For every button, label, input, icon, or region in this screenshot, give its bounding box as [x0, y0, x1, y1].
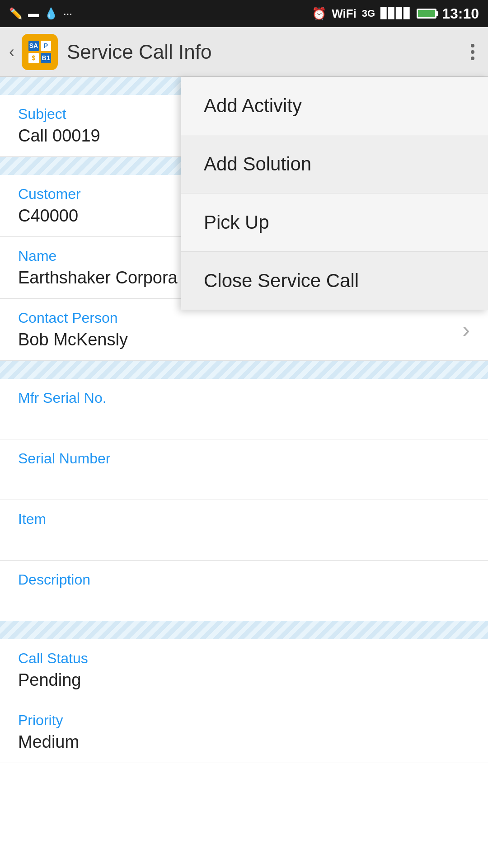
- call-status-field: Call Status Pending: [0, 639, 488, 701]
- edit-icon: ✏️: [9, 7, 23, 20]
- section-divider-2: [0, 361, 488, 379]
- dropdown-menu: Add Activity Add Solution Pick Up Close …: [181, 77, 488, 310]
- serial-number-value: [18, 471, 470, 489]
- mfr-serial-label: Mfr Serial No.: [18, 390, 470, 406]
- chevron-right-icon: ›: [462, 316, 470, 343]
- dropdown-item-pick-up[interactable]: Pick Up: [181, 193, 488, 252]
- contact-person-label: Contact Person: [18, 310, 462, 326]
- description-label: Description: [18, 571, 470, 588]
- call-status-label: Call Status: [18, 650, 470, 667]
- priority-value: Medium: [18, 732, 470, 752]
- item-value: [18, 531, 470, 549]
- status-bar: ✏️ ▬ 💧 ··· ⏰ WiFi 3G ▊▊▊▊ 13:10: [0, 0, 488, 27]
- contact-person-value: Bob McKensly: [18, 330, 462, 349]
- sim-icon: ▬: [28, 7, 39, 20]
- overflow-menu-button[interactable]: [466, 39, 479, 65]
- back-button[interactable]: ‹: [9, 42, 14, 61]
- call-status-value: Pending: [18, 670, 470, 690]
- mfr-serial-value: [18, 410, 470, 428]
- logo-cell-3: $: [28, 53, 39, 63]
- description-value: [18, 592, 470, 610]
- description-field: Description: [0, 561, 488, 621]
- status-icons-right: ⏰ WiFi 3G ▊▊▊▊ 13:10: [312, 5, 479, 22]
- wifi-icon: WiFi: [332, 7, 357, 21]
- dot3: [471, 57, 474, 60]
- app-logo: SA P $ B1: [22, 34, 58, 70]
- priority-label: Priority: [18, 712, 470, 729]
- page-title: Service Call Info: [67, 41, 466, 63]
- section-divider-3: [0, 621, 488, 639]
- battery-icon: [417, 9, 436, 19]
- dropdown-item-close-service-call[interactable]: Close Service Call: [181, 252, 488, 310]
- logo-cell-2: P: [41, 41, 51, 51]
- item-label: Item: [18, 511, 470, 528]
- logo-cell-1: SA: [28, 41, 39, 51]
- clock: 13:10: [442, 5, 479, 22]
- priority-field: Priority Medium: [0, 701, 488, 763]
- dropdown-item-add-solution[interactable]: Add Solution: [181, 135, 488, 193]
- more-icon: ···: [63, 7, 72, 20]
- water-icon: 💧: [44, 7, 58, 20]
- dot2: [471, 50, 474, 54]
- bars-icon: ▊▊▊▊: [380, 8, 411, 19]
- dropdown-item-add-activity[interactable]: Add Activity: [181, 77, 488, 135]
- contact-person-content: Contact Person Bob McKensly: [18, 310, 462, 349]
- serial-number-label: Serial Number: [18, 450, 470, 467]
- status-icons-left: ✏️ ▬ 💧 ···: [9, 7, 72, 20]
- dot1: [471, 44, 474, 47]
- app-header: ‹ SA P $ B1 Service Call Info: [0, 27, 488, 77]
- logo-cell-4: B1: [41, 53, 51, 63]
- item-field: Item: [0, 500, 488, 561]
- alarm-icon: ⏰: [312, 7, 326, 21]
- signal3g-icon: 3G: [362, 8, 375, 19]
- mfr-serial-field: Mfr Serial No.: [0, 379, 488, 439]
- serial-number-field: Serial Number: [0, 439, 488, 500]
